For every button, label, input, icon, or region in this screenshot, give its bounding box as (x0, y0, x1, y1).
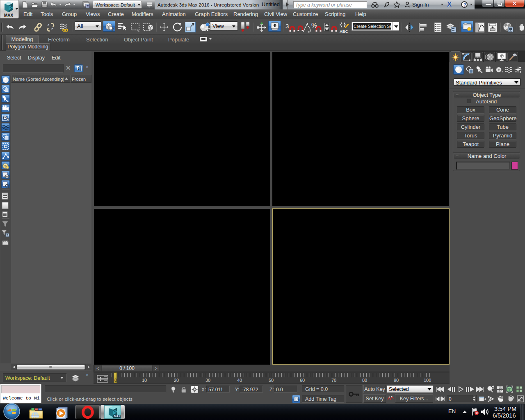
svg-text:ABC: ABC (340, 29, 348, 33)
